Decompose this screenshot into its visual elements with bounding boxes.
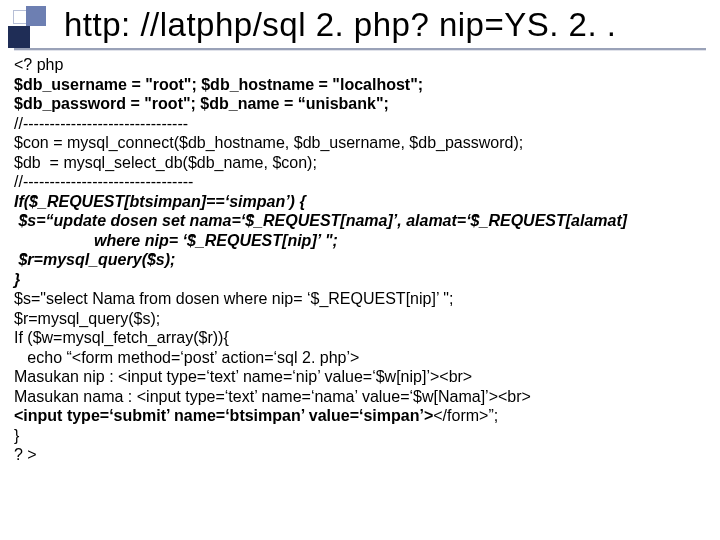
corner-decoration xyxy=(8,6,56,50)
title-row: http: //latphp/sql 2. php? nip=YS. 2. . xyxy=(64,6,706,44)
code-line: $db = mysql_select_db($db_name, $con); xyxy=(14,154,317,171)
code-line: echo “<form method=‘post’ action=‘sql 2.… xyxy=(14,349,359,366)
deco-square-light xyxy=(26,6,46,26)
code-block: <? php $db_username = "root"; $db_hostna… xyxy=(14,55,706,465)
code-line: <input type=‘submit’ name=‘btsimpan’ val… xyxy=(14,407,433,424)
code-line: where nip= ‘$_REQUEST[nip]’ "; xyxy=(14,231,338,251)
code-line: } xyxy=(14,271,20,288)
code-line: $db_username = "root"; $db_hostname = "l… xyxy=(14,76,423,93)
code-line: $s=“update dosen set nama=‘$_REQUEST[nam… xyxy=(14,212,627,229)
code-line: $db_password = xyxy=(14,95,144,112)
code-line: ? > xyxy=(14,446,37,463)
divider xyxy=(14,48,706,51)
deco-square-outline xyxy=(13,10,27,24)
slide-title: http: //latphp/sql 2. php? nip=YS. 2. . xyxy=(64,6,616,44)
code-line: $r=mysql_query($s); xyxy=(14,310,160,327)
code-line: //-------------------------------- xyxy=(14,173,193,190)
code-line: "root" xyxy=(144,95,190,112)
code-line: Masukan nip : <input type=‘text’ name=‘n… xyxy=(14,368,472,385)
code-line: $s="select Nama from dosen where nip= ‘$… xyxy=(14,290,453,307)
code-line: //------------------------------- xyxy=(14,115,188,132)
code-line: If ($w=mysql_fetch_array($r)){ xyxy=(14,329,229,346)
code-line: ; $db_name = “unisbank"; xyxy=(191,95,389,112)
code-line: If($_REQUEST[btsimpan]==‘simpan’) { xyxy=(14,193,306,210)
deco-square-dark xyxy=(8,26,30,48)
code-line: Masukan nama : <input type=‘text’ name=‘… xyxy=(14,388,531,405)
code-line: $r=mysql_query($s); xyxy=(14,251,175,268)
code-line: $con = mysql_connect($db_hostname, $db_u… xyxy=(14,134,523,151)
code-line: } xyxy=(14,427,19,444)
code-line: </form>”; xyxy=(433,407,498,424)
code-line: <? php xyxy=(14,56,63,73)
slide: http: //latphp/sql 2. php? nip=YS. 2. . … xyxy=(0,0,720,540)
